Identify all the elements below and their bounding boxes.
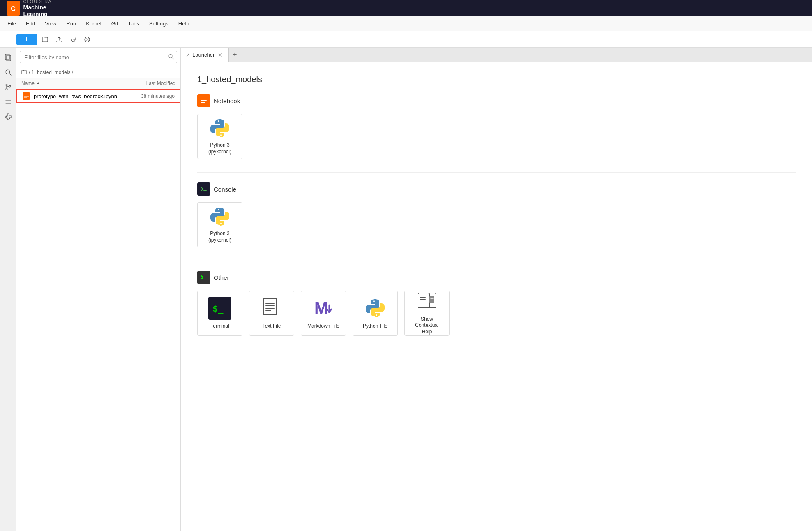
launcher-card-python3-notebook[interactable]: Python 3(ipykernel) (197, 114, 242, 159)
brand-line1: CLOUDERA (23, 0, 67, 4)
search-icon (5, 69, 12, 76)
console-section-label: Console (214, 186, 236, 193)
textfile-card-icon (260, 297, 283, 320)
menu-item-file[interactable]: File (3, 19, 20, 28)
console-icon (199, 184, 209, 194)
folder-button[interactable] (39, 34, 51, 45)
sidebar-icon-extensions[interactable] (2, 110, 15, 123)
svg-point-5 (6, 70, 10, 74)
breadcrumb: / 1_hosted_models / (16, 67, 180, 78)
other-section-icon (197, 271, 210, 284)
search-submit-icon (168, 54, 174, 60)
other-section-label: Other (214, 274, 229, 281)
other-items-row: $_ Terminal (197, 291, 796, 336)
clear-button[interactable] (81, 34, 93, 45)
add-tab-button[interactable]: + (229, 48, 240, 62)
launcher-title: 1_hosted_models (197, 75, 796, 84)
tab-launcher-label: Launcher (192, 52, 215, 58)
svg-line-14 (172, 58, 174, 59)
launcher-card-terminal[interactable]: $_ Terminal (197, 291, 242, 336)
menu-item-view[interactable]: View (41, 19, 60, 28)
file-modified: 38 minutes ago (117, 93, 175, 99)
svg-rect-20 (201, 99, 207, 99)
list-icon (5, 98, 12, 106)
menu-item-edit[interactable]: Edit (22, 19, 39, 28)
svg-rect-4 (7, 55, 11, 61)
logo-box: C (7, 1, 20, 16)
col-name-header[interactable]: Name (21, 81, 114, 86)
clear-icon (84, 36, 90, 43)
menu-item-tabs[interactable]: Tabs (124, 19, 143, 28)
sidebar-icon-git[interactable] (2, 81, 15, 94)
textfile-label: Text File (263, 323, 281, 330)
svg-rect-16 (24, 95, 29, 95)
svg-rect-23 (200, 185, 208, 193)
col-modified-header: Last Modified (114, 81, 175, 86)
python-file-icon-svg (364, 298, 386, 319)
sort-icon (36, 81, 40, 85)
console-section-heading: Console (197, 182, 796, 196)
sidebar-icon-search[interactable] (2, 66, 15, 79)
sidebar-icon-files[interactable] (2, 51, 15, 64)
menu-item-kernel[interactable]: Kernel (82, 19, 106, 28)
contextual-help-icon-svg (416, 291, 438, 313)
markdown-icon-svg: M (313, 298, 334, 319)
tab-launcher-icon: ↗ (186, 52, 190, 58)
notebook-items-row: Python 3(ipykernel) (197, 114, 796, 159)
breadcrumb-text: / 1_hosted_models / (29, 69, 73, 75)
markdown-label: Markdown File (307, 323, 339, 330)
upload-icon (56, 36, 62, 43)
python3-notebook-label: Python 3(ipykernel) (208, 142, 231, 155)
notebook-section-icon (197, 94, 210, 107)
topbar: C CLOUDERA Machine Learning (0, 0, 812, 16)
notebook-file-icon (22, 92, 30, 100)
upload-button[interactable] (53, 34, 65, 45)
svg-rect-37 (418, 293, 429, 308)
contextualhelp-label: Show Contextual Help (410, 316, 444, 335)
file-list: prototype_with_aws_bedrock.ipynb38 minut… (16, 89, 180, 531)
menu-item-git[interactable]: Git (107, 19, 122, 28)
launcher-card-python3-console[interactable]: Python 3(ipykernel) (197, 202, 242, 247)
launcher-card-textfile[interactable]: Text File (249, 291, 294, 336)
python3-console-icon (208, 206, 231, 227)
search-wrapper (20, 51, 177, 63)
menubar: FileEditViewRunKernelGitTabsSettingsHelp (0, 16, 812, 31)
toolbar: + (0, 31, 812, 48)
folder-icon (42, 36, 48, 43)
launcher-card-contextualhelp[interactable]: Show Contextual Help (404, 291, 450, 336)
svg-point-8 (6, 88, 7, 90)
menu-item-help[interactable]: Help (174, 19, 194, 28)
svg-rect-41 (429, 296, 434, 303)
console-section-icon (197, 182, 210, 196)
search-input[interactable] (20, 51, 177, 63)
main: / 1_hosted_models / Name Last Modified p… (0, 48, 812, 531)
svg-line-6 (9, 74, 11, 75)
python-logo-svg-console (209, 206, 231, 227)
menu-item-run[interactable]: Run (62, 19, 80, 28)
table-row[interactable]: prototype_with_aws_bedrock.ipynb38 minut… (16, 89, 180, 103)
pythonfile-label: Python File (363, 323, 388, 330)
other-icon (199, 272, 209, 282)
tab-bar: ↗ Launcher ✕ + (181, 48, 812, 62)
search-bar (16, 48, 180, 67)
tab-launcher[interactable]: ↗ Launcher ✕ (181, 48, 229, 62)
launcher-card-pythonfile[interactable]: Python File (353, 291, 398, 336)
console-divider (197, 172, 796, 173)
console-section: Console Python 3(ipykernel) (197, 182, 796, 247)
launcher-card-markdown[interactable]: M Markdown File (301, 291, 346, 336)
svg-rect-21 (201, 100, 207, 101)
svg-point-7 (6, 84, 7, 86)
brand-line2: Machine Learning (23, 4, 67, 17)
tab-close-button[interactable]: ✕ (217, 51, 224, 59)
svg-text:M: M (314, 299, 328, 317)
contextual-card-icon (415, 291, 438, 313)
menu-item-settings[interactable]: Settings (145, 19, 173, 28)
sidebar-icon-list[interactable] (2, 95, 15, 109)
svg-text:C: C (11, 5, 16, 12)
refresh-button[interactable] (67, 34, 79, 45)
pythonfile-card-icon (364, 297, 387, 320)
new-button[interactable]: + (16, 34, 37, 45)
other-section-heading: Other (197, 271, 796, 284)
notebook-section: Notebook Python 3(ipykernel) (197, 94, 796, 159)
svg-rect-22 (201, 102, 205, 103)
